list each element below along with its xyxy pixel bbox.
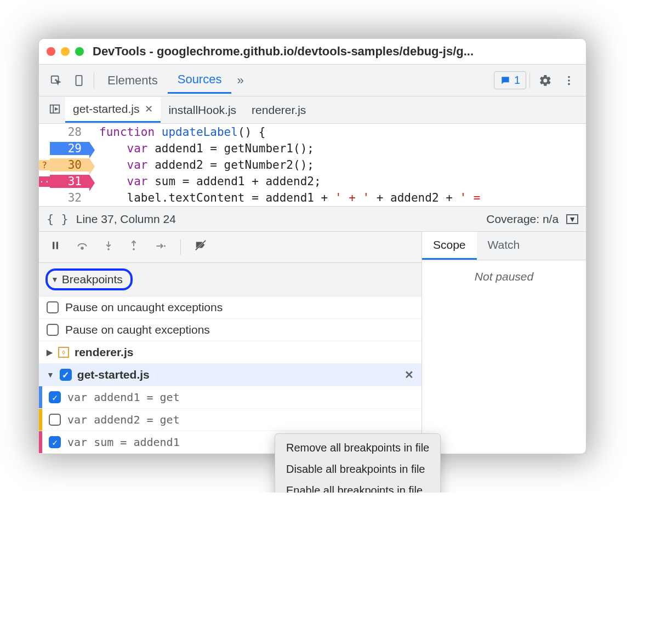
svg-point-4 [568,83,570,85]
line-number[interactable]: 32 [50,191,89,204]
coverage-toggle-icon[interactable]: ▼ [566,214,578,224]
feedback-button[interactable]: 1 [494,71,526,89]
chevron-down-icon: ▼ [51,275,59,284]
pause-caught-label: Pause on caught exceptions [65,323,210,336]
checkbox-icon[interactable] [49,414,61,426]
breakpoints-label-highlight: ▼ Breakpoints [45,268,133,290]
debug-controls [39,232,422,263]
not-paused-message: Not paused [422,260,586,293]
svg-point-9 [107,248,110,250]
file-group-label: get-started.js [77,368,150,381]
svg-point-11 [164,245,166,247]
separator [94,73,94,88]
more-tabs-icon[interactable]: » [231,70,249,91]
line-number-logpoint[interactable]: 31 [50,175,89,188]
breakpoint-group-get-started[interactable]: ▼ ✓ get-started.js ✕ [39,364,422,386]
breakpoint-text: var sum = addend1 [67,436,180,449]
devtools-window: DevTools - googlechrome.github.io/devtoo… [38,38,586,454]
right-tabs: Scope Watch [422,232,586,260]
editor-status-bar: { } Line 37, Column 24 Coverage: n/a ▼ [39,206,586,232]
line-number[interactable]: 28 [50,125,89,139]
close-icon[interactable]: ✕ [405,368,414,381]
step-out-icon[interactable] [123,236,144,258]
inspect-icon[interactable] [44,71,67,90]
file-tab-get-started[interactable]: get-started.js ✕ [65,97,161,123]
checkbox-checked-icon[interactable]: ✓ [49,391,61,403]
code-content: function updateLabel() { var addend1 = g… [89,124,480,206]
cursor-position: Line 37, Column 24 [76,213,176,226]
step-icon[interactable] [149,237,173,258]
right-pane: Scope Watch Not paused [422,232,586,454]
checkbox-icon[interactable] [47,301,59,313]
svg-point-8 [81,247,83,249]
left-pane: ▼ Breakpoints Pause on uncaught exceptio… [39,232,422,454]
traffic-zoom-icon[interactable] [75,47,84,56]
gear-icon[interactable] [533,71,557,90]
titlebar: DevTools - googlechrome.github.io/devtoo… [39,39,586,65]
menu-disable-all-in-file[interactable]: Disable all breakpoints in file [275,459,440,480]
breakpoint-stripe [39,386,42,408]
breakpoint-text: var addend2 = get [67,413,180,426]
breakpoint-stripe [39,431,42,453]
device-toggle-icon[interactable] [67,71,90,90]
traffic-close-icon[interactable] [47,47,55,56]
line-number-conditional-breakpoint[interactable]: 30 [50,158,89,171]
debugger-pane: ▼ Breakpoints Pause on uncaught exceptio… [39,232,586,454]
breakpoint-text: var addend1 = get [67,391,180,404]
tab-elements[interactable]: Elements [98,68,168,93]
deactivate-breakpoints-icon[interactable] [189,236,213,258]
main-toolbar: Elements Sources » 1 [39,65,586,96]
pretty-print-icon[interactable]: { } [47,212,69,226]
breakpoint-item[interactable]: ✓ var addend1 = get [39,386,422,409]
breakpoint-stripe [39,409,42,431]
kebab-menu-icon[interactable] [557,71,580,90]
coverage-status: Coverage: n/a [486,213,559,226]
breakpoint-item[interactable]: var addend2 = get [39,409,422,431]
feedback-count: 1 [514,74,520,87]
checkbox-checked-icon[interactable]: ✓ [49,436,61,448]
breakpoints-section-header[interactable]: ▼ Breakpoints [39,263,422,296]
svg-point-10 [133,248,135,250]
logpoint-marker-icon: ·· [39,176,50,187]
svg-point-3 [568,79,570,82]
tab-sources[interactable]: Sources [168,67,232,94]
chevron-right-icon: ▶ [47,348,53,357]
svg-rect-7 [56,242,58,249]
pause-icon[interactable] [44,237,66,258]
tab-scope[interactable]: Scope [422,232,477,260]
checkbox-icon[interactable] [47,324,59,336]
context-menu: Remove all breakpoints in file Disable a… [275,433,441,493]
code-editor[interactable]: 28 29 ?30 ··31 32 function updateLabel()… [39,124,586,206]
line-number-breakpoint[interactable]: 29 [50,142,89,155]
file-tab-renderer[interactable]: renderer.js [244,98,314,122]
breakpoints-label: Breakpoints [62,273,123,286]
file-group-label: renderer.js [75,346,133,359]
js-file-icon: ◊ [58,347,69,358]
file-tab-label: get-started.js [73,102,139,116]
close-icon[interactable]: ✕ [145,103,153,115]
gutter: 28 29 ?30 ··31 32 [39,124,89,206]
step-over-icon[interactable] [71,237,94,258]
svg-rect-1 [76,75,82,85]
separator [529,73,530,88]
menu-remove-all-in-file[interactable]: Remove all breakpoints in file [275,437,440,459]
chevron-down-icon: ▼ [47,370,54,379]
checkbox-checked-icon[interactable]: ✓ [60,369,72,381]
navigator-toggle-icon[interactable] [44,101,65,119]
conditional-marker-icon: ? [39,160,50,170]
svg-rect-6 [53,242,54,249]
step-into-icon[interactable] [98,236,119,258]
svg-point-2 [568,76,570,78]
file-tabs-row: get-started.js ✕ installHook.js renderer… [39,96,586,124]
pause-uncaught-label: Pause on uncaught exceptions [65,301,223,314]
breakpoint-group-renderer[interactable]: ▶ ◊ renderer.js [39,341,422,364]
separator [180,239,181,255]
pause-caught-row[interactable]: Pause on caught exceptions [39,319,422,341]
file-tab-installhook[interactable]: installHook.js [161,98,244,122]
window-title: DevTools - googlechrome.github.io/devtoo… [93,44,578,59]
traffic-minimize-icon[interactable] [61,47,70,56]
tab-watch[interactable]: Watch [477,232,531,260]
menu-enable-all-in-file[interactable]: Enable all breakpoints in file [275,480,440,493]
pause-uncaught-row[interactable]: Pause on uncaught exceptions [39,296,422,319]
